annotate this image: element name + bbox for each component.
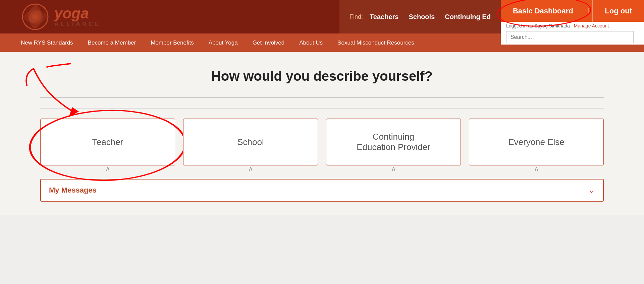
nav-become-member[interactable]: Become a Member — [80, 33, 144, 52]
logo-yoga-text: yoga — [54, 6, 101, 21]
dashboard-area: Basic Dashboard | Log out Logged in as S… — [501, 0, 644, 33]
search-row — [501, 30, 644, 45]
continuing-ed-provider-card[interactable]: Continuing Education Provider — [326, 119, 461, 165]
find-label: Find: — [350, 13, 363, 20]
dashboard-btn-row: Basic Dashboard | Log out — [501, 0, 644, 22]
nav-get-involved[interactable]: Get Involved — [245, 33, 292, 52]
page-question: How would you describe yourself? — [40, 69, 604, 84]
logout-button[interactable]: Log out — [592, 0, 644, 22]
messages-section: My Messages ⌄ — [40, 179, 604, 202]
messages-title: My Messages — [49, 186, 97, 195]
messages-chevron-icon: ⌄ — [588, 186, 595, 195]
teacher-card[interactable]: Teacher — [40, 119, 175, 165]
nav-sexual-misconduct[interactable]: Sexual Misconduct Resources — [330, 33, 422, 52]
find-continuing-ed-link[interactable]: Continuing Ed — [445, 13, 491, 21]
messages-header[interactable]: My Messages ⌄ — [41, 180, 603, 201]
yoga-alliance-logo-icon — [20, 2, 50, 32]
logo-text: yoga ALLIANCE — [54, 6, 101, 28]
everyone-else-label: Everyone Else — [508, 137, 565, 147]
logged-in-text: Logged in as Suyog Simkhada — [506, 23, 570, 28]
find-bar: Find: Teachers Schools Continuing Ed Bas… — [339, 0, 644, 33]
nav-about-yoga[interactable]: About Yoga — [201, 33, 245, 52]
find-section: Find: Teachers Schools Continuing Ed — [339, 0, 501, 33]
school-card-label: School — [237, 137, 264, 147]
account-info-row: Logged in as Suyog Simkhada Manage Accou… — [501, 22, 644, 30]
separator-line — [40, 97, 604, 98]
header-top-bar: yoga ALLIANCE Find: Teachers Schools Con… — [0, 0, 644, 33]
nav-member-benefits[interactable]: Member Benefits — [143, 33, 201, 52]
logo-alliance-text: ALLIANCE — [54, 21, 101, 28]
cards-row: Teacher School Continuing Education Prov… — [40, 108, 604, 165]
find-teachers-link[interactable]: Teachers — [370, 13, 398, 21]
logo-area: yoga ALLIANCE — [0, 2, 101, 32]
svg-point-1 — [33, 14, 38, 19]
continuing-ed-provider-label: Continuing Education Provider — [357, 132, 430, 152]
find-schools-link[interactable]: Schools — [409, 13, 435, 21]
school-card[interactable]: School — [183, 119, 318, 165]
main-content: How would you describe yourself? Teacher… — [0, 52, 644, 215]
search-input[interactable] — [506, 31, 634, 43]
nav-new-rys-standards[interactable]: New RYS Standards — [13, 33, 80, 52]
teacher-card-label: Teacher — [92, 137, 123, 147]
manage-account-link[interactable]: Manage Account — [574, 23, 609, 28]
everyone-else-card[interactable]: Everyone Else — [469, 119, 604, 165]
basic-dashboard-button[interactable]: Basic Dashboard — [501, 0, 585, 22]
nav-about-us[interactable]: About Us — [292, 33, 330, 52]
find-links: Teachers Schools Continuing Ed — [370, 13, 491, 21]
